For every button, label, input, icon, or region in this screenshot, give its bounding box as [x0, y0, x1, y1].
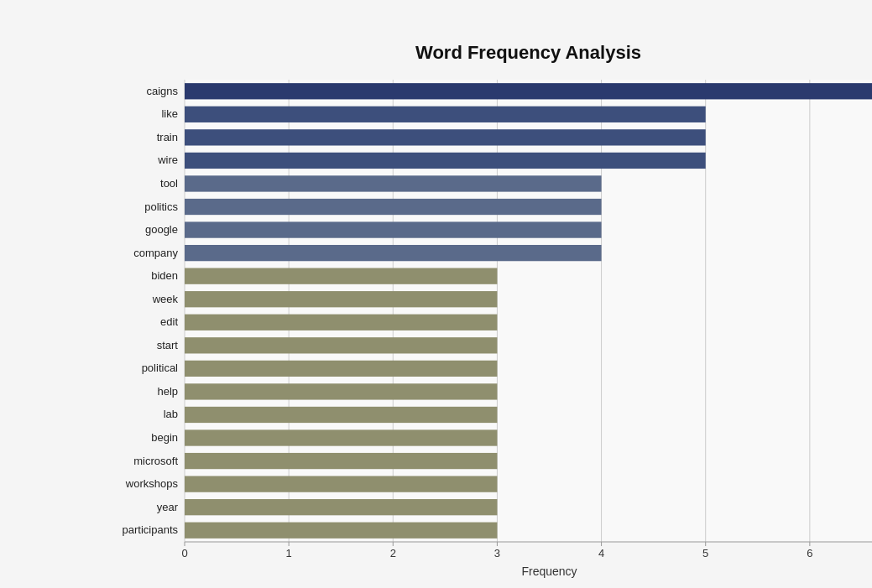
- bar-start: [185, 337, 497, 353]
- x-tick-2: 2: [390, 547, 396, 559]
- y-label-google: google: [145, 223, 178, 236]
- bar-caigns: [185, 83, 872, 99]
- y-label-week: week: [152, 293, 179, 305]
- y-label-train: train: [157, 131, 178, 143]
- chart-title-svg: Word Frequency Analysis: [415, 42, 641, 63]
- y-label-company: company: [133, 247, 178, 259]
- x-tick-0: 0: [181, 547, 187, 559]
- bar-year: [185, 499, 497, 515]
- y-label-wire: wire: [157, 154, 178, 166]
- bar-workshops: [185, 476, 497, 492]
- y-label-start: start: [157, 339, 179, 351]
- y-label-workshops: workshops: [125, 477, 179, 490]
- y-label-tool: tool: [160, 177, 178, 190]
- bar-week: [185, 291, 497, 307]
- y-label-help: help: [157, 385, 178, 398]
- y-label-edit: edit: [160, 315, 178, 328]
- bar-like: [185, 107, 706, 122]
- y-label-like: like: [161, 107, 178, 120]
- bar-help: [185, 383, 497, 399]
- bar-company: [185, 245, 602, 261]
- y-label-politics: politics: [144, 200, 178, 213]
- y-label-participants: participants: [123, 523, 179, 536]
- x-tick-3: 3: [494, 547, 500, 559]
- y-label-caigns: caigns: [146, 85, 178, 97]
- bar-train: [185, 129, 706, 145]
- y-label-microsoft: microsoft: [133, 455, 178, 467]
- y-label-lab: lab: [164, 408, 178, 420]
- y-label-begin: begin: [151, 431, 178, 444]
- bar-tool: [185, 175, 602, 191]
- chart-svg: caignsliketrainwiretoolpoliticsgooglecom…: [92, 34, 872, 588]
- bar-wire: [185, 153, 706, 169]
- bar-begin: [185, 429, 497, 445]
- bar-participants: [185, 523, 497, 539]
- y-label-biden: biden: [151, 269, 178, 282]
- bar-lab: [185, 407, 497, 423]
- x-tick-1: 1: [286, 547, 292, 559]
- y-label-year: year: [157, 501, 179, 513]
- x-tick-4: 4: [598, 547, 604, 559]
- bar-google: [185, 221, 602, 237]
- bar-edit: [185, 315, 497, 330]
- bar-politics: [185, 199, 602, 215]
- bar-microsoft: [185, 453, 497, 469]
- svg-rect-0: [185, 80, 872, 542]
- x-axis-label-text: Frequency: [521, 565, 577, 578]
- bar-political: [185, 361, 497, 377]
- x-tick-5: 5: [702, 547, 708, 559]
- bar-biden: [185, 268, 497, 284]
- chart-container: caignsliketrainwiretoolpoliticsgooglecom…: [0, 17, 872, 588]
- y-label-political: political: [142, 362, 178, 374]
- x-tick-6: 6: [807, 547, 812, 559]
